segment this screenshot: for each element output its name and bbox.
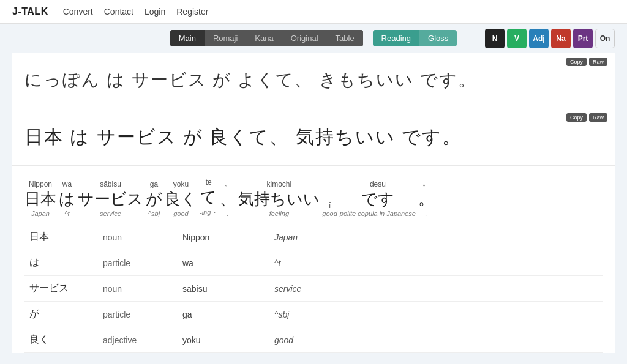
word-gloss-bot: feeling [269, 210, 289, 217]
dict-romaji: Nippon [178, 225, 269, 250]
pos-na-button[interactable]: Na [551, 29, 571, 48]
dict-gloss: Japan [269, 225, 603, 250]
romaji-raw-button[interactable]: Raw [589, 58, 607, 66]
dict-romaji: wa [178, 250, 269, 276]
word-gloss-bot: good [322, 210, 337, 217]
dict-kanji: が [24, 302, 98, 327]
tab-main[interactable]: Main [170, 30, 205, 46]
dict-romaji: yoku [178, 327, 269, 353]
pos-on-button[interactable]: On [595, 29, 615, 48]
kanji-section: Copy Raw 日本 は サービス が 良くて、 気持ちいい です。 [12, 108, 615, 166]
reading-word-col: teて-ing・ [200, 178, 217, 217]
kanji-output: 日本 は サービス が 良くて、 気持ちいい です。 [24, 118, 603, 153]
romaji-copy-button[interactable]: Copy [566, 58, 587, 66]
reading-word-col: 。。. [418, 178, 434, 217]
pos-adj-button[interactable]: Adj [529, 29, 549, 48]
word-kanji-mid: が [146, 188, 162, 210]
pos-verb-button[interactable]: V [507, 29, 527, 48]
word-gloss-bot: . [425, 210, 427, 217]
word-kanji-mid: 。 [418, 188, 434, 210]
word-romaji-top: wa [62, 180, 72, 188]
kanji-raw-button[interactable]: Raw [589, 113, 607, 122]
table-row: サービスnounsābisuservice [24, 276, 603, 302]
reading-word-col: yoku良くgood [165, 180, 197, 217]
word-kanji-mid: 、 [220, 188, 236, 210]
word-romaji-top: 。 [422, 178, 430, 188]
word-romaji-top: Nippon [29, 180, 52, 188]
word-romaji-top: ī [329, 201, 331, 210]
word-gloss-bot: ^t [64, 210, 69, 217]
table-row: はparticlewa^t [24, 250, 603, 276]
romaji-copy-bar: Copy Raw [566, 58, 607, 66]
word-kanji-mid: 日本 [24, 188, 56, 210]
kanji-copy-bar: Copy Raw [566, 113, 607, 122]
dict-kanji: 日本 [24, 225, 98, 250]
word-romaji-top: te [206, 178, 212, 187]
dict-gloss: ^t [269, 250, 603, 276]
nav-links: Convert Contact Login Register [63, 7, 209, 17]
pos-noun-button[interactable]: N [485, 29, 505, 48]
dict-gloss: good [269, 327, 603, 353]
table-row: 良くadjectiveyokugood [24, 327, 603, 353]
word-gloss-bot: good [173, 210, 188, 217]
reading-word-col: desuですpolite copula in Japanese [340, 180, 416, 217]
word-kanji-mid: です [361, 188, 394, 210]
dict-gloss: ^sbj [269, 302, 603, 327]
dict-pos: particle [98, 250, 178, 276]
romaji-output: にっぽん は サービス が よくて、 きもちいい です。 [24, 62, 603, 95]
mode-reading[interactable]: Reading [373, 30, 419, 46]
tab-romaji[interactable]: Romaji [205, 30, 246, 46]
reading-word-col: sābisuサービスservice [78, 180, 143, 217]
dict-kanji: 良く [24, 327, 98, 353]
tab-original[interactable]: Original [282, 30, 327, 46]
dict-gloss: service [269, 276, 603, 302]
reading-word-col: 、、. [220, 178, 236, 217]
word-kanji-mid: て [200, 187, 217, 208]
nav-contact[interactable]: Contact [104, 7, 133, 17]
reading-row: Nippon日本Japanwaは^tsābisuサービスservicegaが^s… [24, 176, 603, 220]
brand-logo: J-TALK [12, 6, 48, 17]
tab-table[interactable]: Table [327, 30, 363, 46]
word-gloss-bot: Japan [31, 210, 50, 217]
nav-register[interactable]: Register [176, 7, 208, 17]
pos-prt-button[interactable]: Prt [573, 29, 593, 48]
word-gloss-bot: ^sbj [148, 210, 160, 217]
dictionary-table: 日本nounNipponJapanはparticlewa^tサービスnounsā… [24, 225, 603, 353]
tab-kana[interactable]: Kana [246, 30, 282, 46]
dict-kanji: は [24, 250, 98, 276]
nav-convert[interactable]: Convert [63, 7, 93, 17]
word-kanji-mid: サービス [78, 188, 143, 210]
nav-login[interactable]: Login [145, 7, 165, 17]
word-kanji-mid: 良く [165, 188, 197, 210]
reading-word-col: Nippon日本Japan [24, 180, 56, 217]
word-kanji-mid: は [59, 188, 75, 210]
main-content: Copy Raw にっぽん は サービス が よくて、 きもちいい です。 Co… [0, 53, 627, 364]
reading-word-col: kimochi気持ちいいfeeling [238, 180, 320, 217]
dict-kanji: サービス [24, 276, 98, 302]
pos-buttons: N V Adj Na Prt On [485, 29, 615, 48]
word-romaji-top: yoku [173, 180, 189, 188]
word-gloss-bot: -ing・ [200, 208, 217, 217]
view-tabs: Main Romaji Kana Original Table [170, 30, 363, 46]
reading-word-col: gaが^sbj [146, 180, 162, 217]
dict-pos: noun [98, 276, 178, 302]
romaji-section: Copy Raw にっぽん は サービス が よくて、 きもちいい です。 [12, 53, 615, 108]
dict-romaji: sābisu [178, 276, 269, 302]
navbar: J-TALK Convert Contact Login Register [0, 0, 627, 24]
reading-word-col: īgood [322, 201, 337, 217]
word-romaji-top: 、 [224, 178, 231, 188]
mode-tabs: Reading Gloss [373, 30, 457, 46]
word-kanji-mid: 気持ちいい [238, 188, 320, 210]
word-gloss-bot: polite copula in Japanese [340, 210, 416, 217]
dict-pos: particle [98, 302, 178, 327]
word-romaji-top: kimochi [267, 180, 292, 188]
reading-section: Nippon日本Japanwaは^tsābisuサービスservicegaが^s… [12, 166, 615, 353]
word-romaji-top: ga [150, 180, 158, 188]
table-row: 日本nounNipponJapan [24, 225, 603, 250]
reading-word-col: waは^t [59, 180, 75, 217]
dict-pos: noun [98, 225, 178, 250]
mode-gloss[interactable]: Gloss [419, 30, 457, 46]
kanji-copy-button[interactable]: Copy [566, 113, 587, 122]
dict-pos: adjective [98, 327, 178, 353]
word-gloss-bot: . [227, 210, 229, 217]
